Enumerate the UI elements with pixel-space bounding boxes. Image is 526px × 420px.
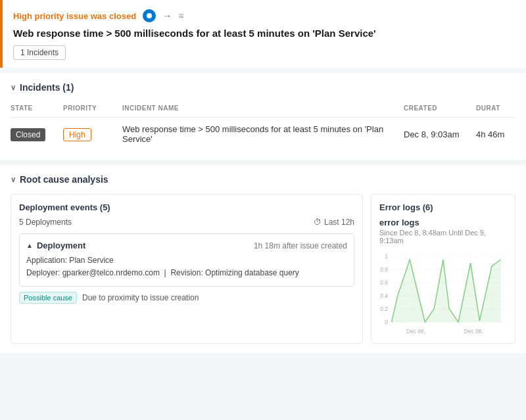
table-header: STATE PRIORITY INCIDENT NAME CREATED DUR… — [11, 102, 515, 118]
created-cell: Dec 8, 9:03am — [404, 118, 476, 151]
deployment-app: Application: Plan Service — [26, 254, 347, 267]
col-duration-header: DURAT — [476, 102, 515, 118]
svg-text:0.8: 0.8 — [380, 266, 388, 273]
chart-svg: 1 0.8 0.6 0.4 0.2 0 Dec 08, 08:50 AM — [379, 250, 507, 335]
clock-icon: ⏱ — [314, 218, 322, 227]
root-cause-section: ∨ Root cause analysis Deployment events … — [0, 165, 526, 353]
svg-text:0.4: 0.4 — [380, 292, 388, 299]
last-12h: ⏱ Last 12h — [314, 218, 354, 227]
separator: | — [164, 268, 166, 277]
deployments-meta: 5 Deployments ⏱ Last 12h — [19, 218, 354, 227]
svg-marker-12 — [391, 260, 500, 322]
deployment-deployer: Deployer: gparker@telco.nrdemo.com | Rev… — [26, 267, 347, 279]
root-cause-header: ∨ Root cause analysis — [11, 174, 515, 185]
svg-text:0.6: 0.6 — [380, 279, 388, 286]
svg-text:0.2: 0.2 — [380, 306, 388, 312]
duration-cell: 4h 46m — [476, 118, 515, 151]
deployments-count: 5 Deployments — [19, 218, 72, 227]
col-state-header: STATE — [11, 102, 63, 118]
analysis-columns: Deployment events (5) 5 Deployments ⏱ La… — [11, 194, 515, 344]
table-row: Closed High Web response time > 500 mill… — [11, 118, 515, 151]
deployment-time: 1h 18m after issue created — [254, 241, 347, 250]
deployment-panel: Deployment events (5) 5 Deployments ⏱ La… — [11, 194, 363, 344]
incidents-badge[interactable]: 1 Incidents — [13, 45, 66, 60]
deployer-text: Deployer: gparker@telco.nrdemo.com — [26, 268, 160, 277]
possible-cause-text: Due to proximity to issue creation — [82, 293, 199, 302]
triangle-up-icon: ▲ — [26, 242, 33, 249]
time-range-label: Last 12h — [324, 218, 354, 227]
table-body: Closed High Web response time > 500 mill… — [11, 118, 515, 151]
revision-text: Revision: Optimizing database query — [170, 268, 299, 277]
deployment-text: Deployment — [37, 241, 85, 250]
svg-text:1: 1 — [385, 253, 388, 260]
error-logs-panel-title: Error logs (6) — [379, 202, 507, 212]
circle-inner — [147, 13, 152, 18]
deployment-item: ▲ Deployment 1h 18m after issue created … — [19, 233, 354, 287]
error-logs-panel: Error logs (6) error logs Since Dec 8, 8… — [371, 194, 515, 344]
incidents-section-header: ∨ Incidents (1) — [11, 82, 515, 93]
state-cell: Closed — [11, 118, 63, 151]
col-priority-header: PRIORITY — [63, 102, 122, 118]
lines-icon: ≡ — [178, 11, 183, 21]
status-circle-icon — [143, 9, 156, 22]
incidents-section: ∨ Incidents (1) STATE PRIORITY INCIDENT … — [0, 73, 526, 160]
priority-cell: High — [63, 118, 122, 151]
deployment-item-header: ▲ Deployment 1h 18m after issue created — [26, 241, 347, 250]
col-name-header: INCIDENT NAME — [122, 102, 404, 118]
incidents-table: STATE PRIORITY INCIDENT NAME CREATED DUR… — [11, 102, 515, 151]
priority-badge: High — [63, 128, 91, 141]
col-created-header: CREATED — [404, 102, 476, 118]
root-cause-title: Root cause analysis — [20, 174, 108, 185]
deployment-label: ▲ Deployment — [26, 241, 85, 250]
chevron-down-icon[interactable]: ∨ — [11, 83, 16, 92]
error-logs-chart: 1 0.8 0.6 0.4 0.2 0 Dec 08, 08:50 AM — [379, 250, 507, 335]
error-logs-subtitle: error logs — [379, 218, 507, 227]
arrow-icon: → — [162, 11, 172, 21]
svg-text:08:50 AM: 08:50 AM — [404, 334, 427, 335]
table-header-row: STATE PRIORITY INCIDENT NAME CREATED DUR… — [11, 102, 515, 118]
deployment-panel-title: Deployment events (5) — [19, 202, 354, 212]
page-container: High priority issue was closed → ≡ Web r… — [0, 0, 526, 420]
alert-title: High priority issue was closed — [13, 11, 136, 21]
incident-name-cell: Web response time > 500 milliseconds for… — [122, 118, 404, 151]
possible-cause-row: Possible cause Due to proximity to issue… — [19, 292, 354, 304]
error-logs-date: Since Dec 8, 8:48am Until Dec 9, 9:13am — [379, 229, 507, 245]
state-badge: Closed — [11, 128, 45, 141]
incidents-section-title: Incidents (1) — [20, 82, 74, 93]
svg-text:0: 0 — [385, 319, 388, 325]
svg-text:08:55 AM: 08:55 AM — [462, 334, 485, 335]
header-main-text: Web response time > 500 milliseconds for… — [13, 28, 515, 39]
header-title-row: High priority issue was closed → ≡ — [13, 9, 515, 22]
chevron-down-icon-2[interactable]: ∨ — [11, 175, 16, 184]
header-section: High priority issue was closed → ≡ Web r… — [0, 0, 526, 68]
possible-cause-badge: Possible cause — [19, 292, 77, 304]
